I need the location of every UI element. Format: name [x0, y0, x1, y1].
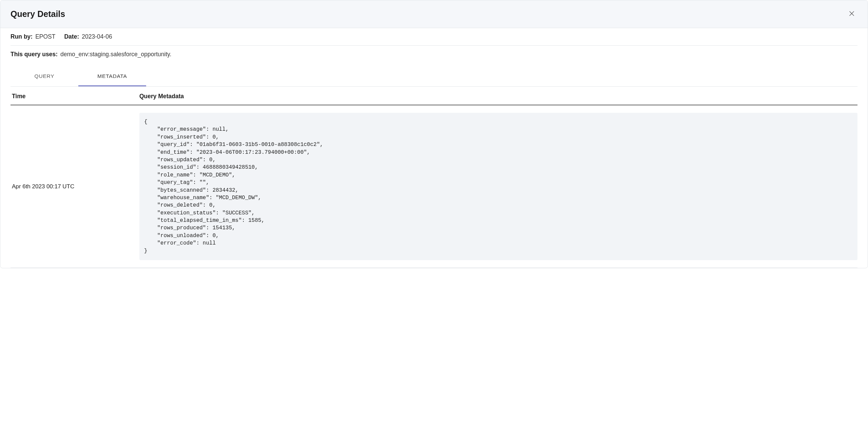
- close-button[interactable]: [846, 8, 857, 20]
- modal-header: Query Details: [0, 0, 868, 28]
- modal-title: Query Details: [11, 9, 65, 19]
- metadata-cell: { "error_message": null, "rows_inserted"…: [139, 113, 857, 260]
- close-icon: [848, 10, 855, 18]
- modal-body: Run by: EPOST Date: 2023-04-06 This quer…: [0, 28, 868, 268]
- tab-query[interactable]: QUERY: [11, 67, 78, 86]
- date-label: Date:: [64, 33, 79, 40]
- tabs: QUERY METADATA: [11, 67, 857, 87]
- run-by-label: Run by:: [11, 33, 33, 40]
- table-header-row: Time Query Metadata: [11, 87, 857, 105]
- tab-metadata[interactable]: METADATA: [78, 67, 146, 86]
- table-row: Apr 6th 2023 00:17 UTC { "error_message"…: [11, 105, 857, 268]
- uses-label: This query uses:: [11, 51, 58, 58]
- info-row-run: Run by: EPOST Date: 2023-04-06: [11, 28, 857, 46]
- metadata-code-block: { "error_message": null, "rows_inserted"…: [139, 113, 857, 260]
- column-header-time: Time: [11, 93, 139, 100]
- run-by-value: EPOST: [35, 33, 55, 40]
- column-header-metadata: Query Metadata: [139, 93, 857, 100]
- info-row-uses: This query uses: demo_env:staging.salesf…: [11, 46, 857, 63]
- query-details-modal: Query Details Run by: EPOST Date: 2023-0…: [0, 0, 868, 268]
- date-value: 2023-04-06: [82, 33, 112, 40]
- uses-value: demo_env:staging.salesforce_opportunity.: [60, 51, 172, 58]
- time-cell: Apr 6th 2023 00:17 UTC: [11, 183, 139, 190]
